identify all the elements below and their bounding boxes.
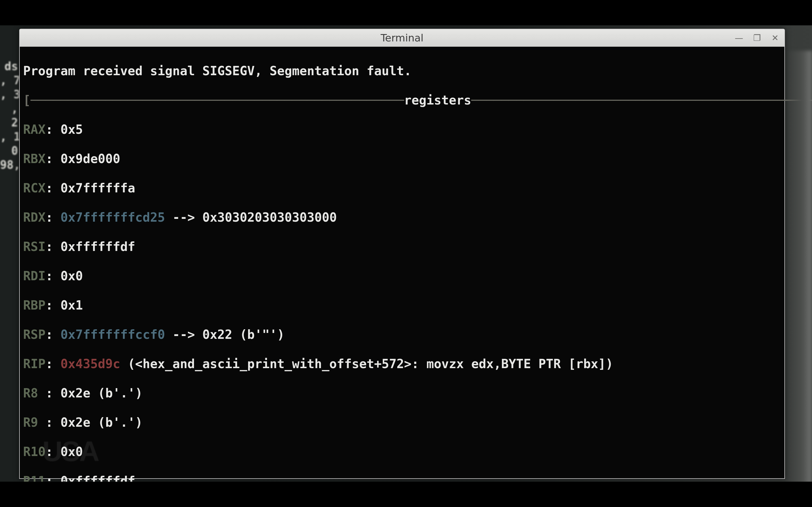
- close-button[interactable]: ✕: [771, 34, 779, 42]
- terminal-window: Terminal — ❐ ✕ Program received signal S…: [19, 29, 785, 479]
- titlebar: Terminal — ❐ ✕: [20, 29, 784, 47]
- reg-r8: R8 : 0x2e (b'.'): [23, 386, 781, 400]
- background-window-text: ds , 7 , 3 , 2 , 1 0 98,: [0, 59, 19, 206]
- reg-rip: RIP: 0x435d9c (<hex_and_ascii_print_with…: [23, 356, 781, 371]
- reg-rbx: RBX: 0x9de000: [23, 152, 781, 166]
- reg-rax: RAX: 0x5: [23, 122, 781, 137]
- reg-rsp: RSP: 0x7fffffffccf0 --> 0x22 (b'"'): [23, 327, 781, 342]
- scene: ds , 7 , 3 , 2 , 1 0 98, Terminal — ❐ ✕ …: [0, 25, 812, 482]
- letterbox-top: [0, 0, 812, 25]
- reg-rdi: RDI: 0x0: [23, 269, 781, 283]
- reg-rcx: RCX: 0x7ffffffa: [23, 181, 781, 195]
- maximize-button[interactable]: ❐: [753, 34, 761, 42]
- reg-rsi: RSI: 0xffffffdf: [23, 239, 781, 254]
- reg-r10: R10: 0x0: [23, 445, 781, 459]
- usa-network-watermark: USA: [42, 435, 98, 467]
- window-controls: — ❐ ✕: [735, 29, 779, 47]
- letterbox-bottom: [0, 482, 812, 507]
- minimize-button[interactable]: —: [735, 34, 743, 42]
- registers-section-header: [───────────────────────────────────────…: [23, 93, 781, 108]
- reg-rdx: RDX: 0x7fffffffcd25 --> 0x30302030303030…: [23, 210, 781, 225]
- signal-line: Program received signal SIGSEGV, Segment…: [23, 64, 781, 78]
- reg-rbp: RBP: 0x1: [23, 298, 781, 313]
- terminal-output[interactable]: Program received signal SIGSEGV, Segment…: [20, 47, 784, 507]
- window-title: Terminal: [380, 32, 423, 44]
- reg-r9: R9 : 0x2e (b'.'): [23, 415, 781, 430]
- right-background-blur: [786, 51, 812, 507]
